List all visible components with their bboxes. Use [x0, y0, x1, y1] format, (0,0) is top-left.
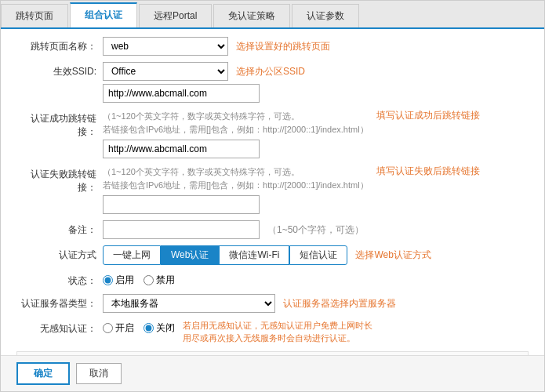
redirect-page-select[interactable]: web	[103, 37, 228, 56]
ssid-controls: Office 选择办公区SSID	[103, 62, 529, 103]
auth-btn-one-click[interactable]: 一键上网	[103, 245, 161, 265]
status-disable-radio[interactable]	[144, 275, 154, 285]
auth-server-label: 认证服务器类型：	[16, 294, 103, 310]
success-redirect-sub2: 若链接包含IPv6地址，需用[]包含，例如：http://[2000::1]/i…	[103, 124, 369, 136]
fail-redirect-row: 认证失败跳转链接： （1~120个英文字符，数字或英文特殊字符，可选。 若链接包…	[16, 165, 529, 214]
auth-method-controls: 一键上网 Web认证 微信连Wi-Fi 短信认证 选择Web认证方式	[103, 245, 431, 265]
tab-remote-portal[interactable]: 远程Portal	[139, 4, 212, 27]
success-redirect-sub1: （1~120个英文字符，数字或英文特殊字符，可选。	[103, 111, 369, 122]
fail-redirect-input[interactable]	[103, 195, 260, 214]
bottom-bar: 确定 取消	[1, 355, 544, 391]
remarks-input[interactable]	[103, 220, 260, 239]
tab-redirect-page[interactable]: 跳转页面	[1, 4, 68, 27]
auth-server-row: 认证服务器类型： 本地服务器 认证服务器选择内置服务器	[16, 294, 529, 313]
success-redirect-controls: （1~120个英文字符，数字或英文特殊字符，可选。 若链接包含IPv6地址，需用…	[103, 109, 529, 158]
tab-bar: 跳转页面 组合认证 远程Portal 免认证策略 认证参数	[1, 1, 544, 29]
auth-method-label: 认证方式	[16, 245, 103, 262]
auth-btn-group: 一键上网 Web认证 微信连Wi-Fi 短信认证	[103, 245, 347, 265]
senseless-off-text: 关闭	[156, 321, 175, 335]
auth-btn-sms[interactable]: 短信认证	[289, 245, 347, 265]
senseless-label: 无感知认证：	[16, 319, 103, 336]
auth-server-hint: 认证服务器选择内置服务器	[283, 294, 396, 310]
fail-redirect-controls: （1~120个英文字符，数字或英文特殊字符，可选。 若链接包含IPv6地址，需用…	[103, 165, 529, 214]
senseless-row: 无感知认证： 开启 关闭 若启用无感知认证，无感知认证用户免费上网时长用尽或再次…	[16, 319, 529, 345]
senseless-controls: 开启 关闭 若启用无感知认证，无感知认证用户免费上网时长用尽或再次接入无线服务时…	[103, 319, 372, 345]
auth-server-controls: 本地服务器 认证服务器选择内置服务器	[103, 294, 396, 313]
fail-redirect-sub2: 若链接包含IPv6地址，需用[]包含，例如：http://[2000::1]/i…	[103, 180, 369, 191]
status-disable-label[interactable]: 禁用	[144, 274, 175, 287]
ssid-url-input[interactable]	[103, 84, 260, 103]
redirect-page-label: 跳转页面名称：	[16, 37, 103, 53]
success-redirect-input[interactable]	[103, 140, 260, 158]
senseless-off-label[interactable]: 关闭	[144, 321, 175, 335]
success-redirect-hint: 填写认证成功后跳转链接	[376, 109, 480, 122]
redirect-page-row: 跳转页面名称： web 选择设置好的跳转页面	[16, 37, 529, 56]
senseless-on-text: 开启	[115, 321, 134, 335]
status-label: 状态：	[16, 271, 103, 288]
auth-btn-wechat[interactable]: 微信连Wi-Fi	[219, 245, 289, 265]
redirect-page-control: web 选择设置好的跳转页面	[103, 37, 330, 56]
status-enable-radio[interactable]	[103, 275, 113, 285]
status-enable-text: 启用	[115, 274, 134, 287]
senseless-on-radio[interactable]	[103, 323, 113, 333]
senseless-on-label[interactable]: 开启	[103, 321, 134, 335]
confirm-button[interactable]: 确定	[16, 362, 70, 385]
senseless-off-radio[interactable]	[144, 323, 154, 333]
tab-combo-auth[interactable]: 组合认证	[70, 2, 137, 27]
remarks-sub: （1~50个字符，可选）	[267, 220, 364, 237]
form-content: 跳转页面名称： web 选择设置好的跳转页面 生效SSID: Office 选择…	[1, 29, 544, 355]
ssid-row: 生效SSID: Office 选择办公区SSID	[16, 62, 529, 103]
status-radio-group: 启用 禁用	[103, 271, 175, 287]
status-enable-label[interactable]: 启用	[103, 274, 134, 287]
remarks-row: 备注： （1~50个字符，可选）	[16, 220, 529, 239]
cancel-button[interactable]: 取消	[76, 363, 122, 384]
auth-btn-web[interactable]: Web认证	[161, 245, 219, 265]
remarks-controls: （1~50个字符，可选）	[103, 220, 364, 239]
fail-redirect-hint: 填写认证失败后跳转链接	[376, 165, 480, 178]
redirect-page-hint: 选择设置好的跳转页面	[236, 37, 330, 53]
auth-server-select[interactable]: 本地服务器	[103, 294, 275, 313]
main-window: 跳转页面 组合认证 远程Portal 免认证策略 认证参数 跳转页面名称： we…	[0, 0, 545, 392]
success-redirect-label: 认证成功跳转链接：	[16, 109, 103, 139]
fail-redirect-sub1: （1~120个英文字符，数字或英文特殊字符，可选。	[103, 166, 369, 178]
success-redirect-row: 认证成功跳转链接： （1~120个英文字符，数字或英文特殊字符，可选。 若链接包…	[16, 109, 529, 158]
ssid-label: 生效SSID:	[16, 62, 103, 78]
status-disable-text: 禁用	[156, 274, 175, 287]
ssid-hint: 选择办公区SSID	[236, 62, 305, 78]
remarks-label: 备注：	[16, 220, 103, 237]
fail-redirect-label: 认证失败跳转链接：	[16, 165, 103, 194]
tab-free-auth[interactable]: 免认证策略	[213, 4, 290, 27]
senseless-hint: 若启用无感知认证，无感知认证用户免费上网时长用尽或再次接入无线服务时会自动进行认…	[183, 319, 372, 345]
ssid-select[interactable]: Office	[103, 62, 228, 81]
senseless-radio-group: 开启 关闭	[103, 319, 175, 335]
auth-method-row: 认证方式 一键上网 Web认证 微信连Wi-Fi 短信认证 选择Web认证方式	[16, 245, 529, 265]
status-row: 状态： 启用 禁用	[16, 271, 529, 288]
tab-auth-params[interactable]: 认证参数	[292, 4, 359, 27]
auth-method-hint: 选择Web认证方式	[355, 245, 431, 262]
